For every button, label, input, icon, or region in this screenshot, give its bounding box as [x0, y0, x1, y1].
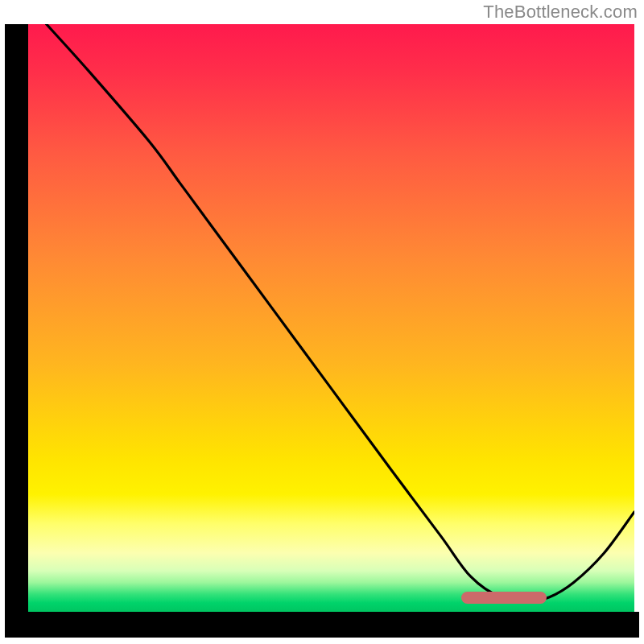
svg-rect-0	[5, 24, 28, 613]
bottleneck-curve	[28, 24, 634, 612]
svg-rect-1	[5, 612, 639, 638]
optimum-marker	[461, 592, 546, 604]
plot-area	[28, 24, 634, 612]
